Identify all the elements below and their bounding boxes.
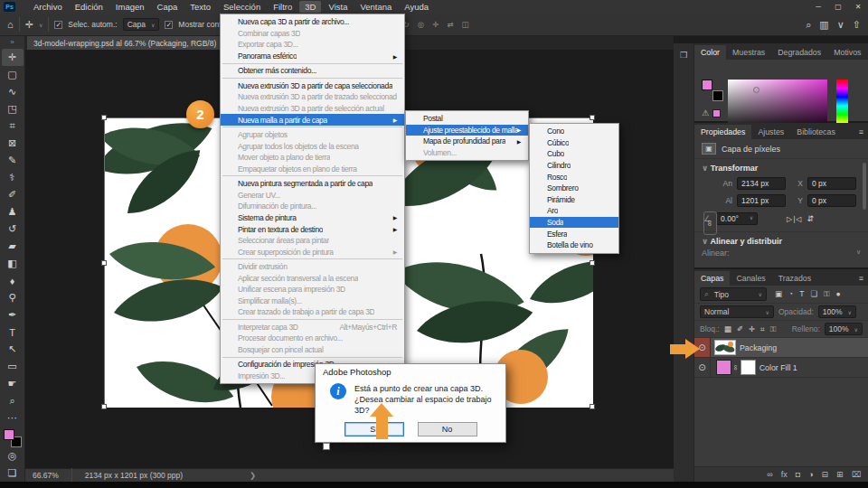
preset-item-cilindro[interactable]: Cilindro <box>530 160 618 172</box>
color-picker-ring[interactable] <box>753 87 760 93</box>
color-tab-motivos[interactable]: Motivos <box>827 45 867 60</box>
no-button[interactable]: No <box>418 422 477 436</box>
pen-tool[interactable]: ✒ <box>2 306 24 324</box>
link-dimensions-icon[interactable]: ∞ <box>703 211 717 235</box>
collapsed-panel-icon[interactable]: ❒ <box>680 51 687 60</box>
menu-item-mapa-de-profundidad-para[interactable]: Mapa de profundidad para▶ <box>406 136 528 147</box>
filter-type-icon[interactable]: T <box>799 289 804 299</box>
auto-select-checkbox[interactable]: ✓ <box>54 21 62 29</box>
lock-all-icon[interactable]: ⚿ <box>770 324 776 334</box>
menu-item-nueva-malla-a-partir-de-capa[interactable]: Nueva malla a partir de capa▶ <box>221 114 404 126</box>
preset-item-cono[interactable]: Cono <box>530 126 618 137</box>
healing-brush-tool[interactable]: ⚕ <box>2 169 24 186</box>
eyedropper-tool[interactable]: ✎ <box>2 152 24 169</box>
menubar-item-selección[interactable]: Selección <box>218 1 266 13</box>
path-selection-tool[interactable]: ↖ <box>2 341 24 358</box>
layers-tab-capas[interactable]: Capas <box>694 271 730 286</box>
object-selection-tool[interactable]: ◳ <box>2 100 24 117</box>
blend-mode-dropdown[interactable]: Normal∨ <box>700 305 774 318</box>
screen-mode-icon[interactable]: ❏ <box>2 465 24 482</box>
lock-paint-icon[interactable]: ✐ <box>737 324 743 334</box>
preset-item-cubo[interactable]: Cubo <box>530 148 618 160</box>
transform-handle[interactable] <box>590 404 595 409</box>
color-tab-degradados[interactable]: Degradados <box>771 45 827 60</box>
preset-item-cúbico[interactable]: Cúbico <box>530 137 618 149</box>
layer-row-packaging[interactable]: ⊙Packaging <box>694 338 868 358</box>
color-tab-color[interactable]: Color <box>694 45 726 60</box>
gamut-warning-icon[interactable]: ⚠ <box>702 108 709 117</box>
fill-color-thumbnail[interactable] <box>716 360 731 375</box>
slide-3d-icon[interactable]: ⇄ <box>447 20 453 29</box>
layer-thumbnail[interactable] <box>714 340 736 355</box>
menubar-item-vista[interactable]: Vista <box>323 1 353 13</box>
adjustment-layer-icon[interactable]: ◑ <box>808 470 813 479</box>
status-chevron-icon[interactable]: ❯ <box>250 471 256 480</box>
brush-tool[interactable]: ✐ <box>2 186 24 203</box>
layer-row-color-fill-1[interactable]: ⊙∞Color Fill 1 <box>694 358 868 378</box>
preset-item-botella-de-vino[interactable]: Botella de vino <box>530 239 618 251</box>
workspace-icon[interactable]: ▥ <box>819 19 828 31</box>
menu-item-postal[interactable]: Postal <box>406 113 528 125</box>
dodge-tool[interactable]: ⚲ <box>2 289 24 306</box>
align-section-header[interactable]: ∨ Alinear y distribuir <box>694 232 868 249</box>
zoom-level[interactable]: 66.67% <box>33 471 59 480</box>
filter-image-icon[interactable]: ▣ <box>775 289 782 299</box>
flip-horizontal-icon[interactable]: ▷∣◁ <box>787 215 801 223</box>
chevron-down-icon[interactable]: ∨ <box>856 249 861 258</box>
transform-handle[interactable] <box>101 404 107 409</box>
background-color-swatch[interactable] <box>712 90 723 101</box>
minimize-icon[interactable]: ─ <box>808 3 828 11</box>
layers-tab-canales[interactable]: Canales <box>730 271 771 286</box>
menu-item-nueva-extrusión-3d-a-partir-de-capa-seleccionada[interactable]: Nueva extrusión 3D a partir de capa sele… <box>221 80 404 92</box>
maximize-icon[interactable]: ▢ <box>828 3 848 11</box>
properties-panel-menu-icon[interactable]: ≡ <box>854 127 868 139</box>
height-field[interactable]: 1201 px <box>737 194 786 207</box>
menu-item-sistema-de-pintura[interactable]: Sistema de pintura▶ <box>221 212 404 224</box>
type-tool[interactable]: T <box>2 324 24 341</box>
menubar-item-imagen[interactable]: Imagen <box>110 1 150 13</box>
lock-position-icon[interactable]: ✛ <box>749 324 755 334</box>
shape-tool[interactable]: ▭ <box>2 358 24 375</box>
quick-mask-icon[interactable]: ◎ <box>2 447 24 465</box>
frame-tool[interactable]: ⊠ <box>2 135 24 152</box>
properties-tab-propiedades[interactable]: Propiedades <box>694 125 751 139</box>
angle-field[interactable]: 0.00°∨ <box>716 212 758 225</box>
menubar-item-ayuda[interactable]: Ayuda <box>399 1 434 13</box>
preset-item-sombrero[interactable]: Sombrero <box>530 183 618 194</box>
gradient-tool[interactable]: ◧ <box>2 255 24 272</box>
menu-item-pintar-en-textura-de-destino[interactable]: Pintar en textura de destino▶ <box>221 223 404 235</box>
show-controls-checkbox[interactable]: ✓ <box>165 21 173 29</box>
menubar-item-edición[interactable]: Edición <box>70 1 108 13</box>
fill-dropdown[interactable]: 100%∨ <box>825 323 863 335</box>
lasso-tool[interactable]: ∿ <box>2 83 24 100</box>
preset-item-rosco[interactable]: Rosco <box>530 171 618 183</box>
new-layer-icon[interactable]: ⊞ <box>836 470 844 479</box>
eraser-tool[interactable]: ▰ <box>2 238 24 255</box>
crop-tool[interactable]: ⌗ <box>2 117 24 135</box>
layers-panel-menu-icon[interactable]: ≡ <box>854 274 868 286</box>
menubar-item-texto[interactable]: Texto <box>184 1 216 13</box>
link-layers-icon[interactable]: ∞ <box>767 470 772 479</box>
blur-tool[interactable]: ♦ <box>2 272 24 289</box>
foreground-color-swatch[interactable] <box>702 80 712 90</box>
x-field[interactable]: 0 px <box>807 177 856 190</box>
filter-shape-icon[interactable]: ❏ <box>810 289 817 299</box>
menu-item-panorama-esférico[interactable]: Panorama esférico▶ <box>221 51 404 62</box>
edit-toolbar[interactable]: ⋯ <box>2 409 24 427</box>
preset-item-aro[interactable]: Aro <box>530 205 618 217</box>
move-tool[interactable]: ✛ <box>2 49 24 66</box>
menu-item-nueva-pintura-segmentada-a-partir-de-capa[interactable]: Nueva pintura segmentada a partir de cap… <box>221 178 404 190</box>
delete-layer-icon[interactable]: ⌧ <box>852 470 861 479</box>
menu-item-ajuste-preestablecido-de-malla[interactable]: Ajuste preestablecido de malla▶ <box>406 125 528 136</box>
share-icon[interactable]: ⇧ <box>853 19 861 31</box>
properties-tab-ajustes[interactable]: Ajustes <box>751 125 790 139</box>
filter-toggle-icon[interactable]: ● <box>835 289 840 299</box>
marquee-tool[interactable]: ▢ <box>2 66 24 83</box>
layer-effects-icon[interactable]: fx <box>781 470 788 479</box>
transform-handle[interactable] <box>101 115 107 120</box>
flip-vertical-icon[interactable]: ⇵ <box>807 214 814 223</box>
menubar-item-capa[interactable]: Capa <box>152 1 184 13</box>
toolbar-collapse-icon[interactable]: » <box>10 38 14 49</box>
menu-item-obtener-más-contenido[interactable]: Obtener más contenido... <box>221 65 404 77</box>
menubar-item-ventana[interactable]: Ventana <box>354 1 397 13</box>
